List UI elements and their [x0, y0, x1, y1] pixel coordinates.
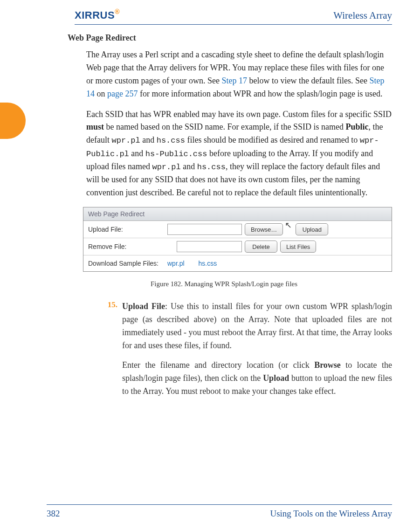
remove-file-label: Remove File:: [88, 243, 167, 250]
upload-button[interactable]: Upload: [296, 223, 328, 235]
section-heading: Web Page Redirect: [68, 33, 392, 43]
link-page257[interactable]: page 257: [107, 89, 138, 98]
browse-button[interactable]: Browse…: [245, 223, 283, 235]
panel-row-download: Download Sample Files: wpr.pl hs.css: [83, 255, 392, 271]
logo-text: XIRRUS: [75, 9, 115, 21]
footer-section: Using Tools on the Wireless Array: [270, 509, 392, 519]
page-footer: 382 Using Tools on the Wireless Array: [47, 504, 392, 519]
upload-file-label: Upload File:: [88, 226, 167, 233]
list-content: Upload File: Use this to install files f…: [122, 300, 392, 404]
link-step17[interactable]: Step 17: [221, 76, 247, 85]
figure-caption: Figure 182. Managing WPR Splash/Login pa…: [56, 280, 392, 288]
list-number: 15.: [103, 300, 117, 404]
doc-title: Wireless Array: [333, 10, 392, 21]
panel-header: Web Page Redirect: [83, 207, 392, 221]
panel-row-upload: Upload File: Browse… ↖ Upload: [83, 221, 392, 238]
list-item-15: 15. Upload File: Use this to install fil…: [103, 300, 392, 404]
delete-button[interactable]: Delete: [245, 241, 277, 253]
logo: XIRRUS®: [75, 9, 120, 21]
item-title: Upload File: [122, 302, 165, 311]
page-number: 382: [47, 509, 60, 519]
list-files-button[interactable]: List Files: [280, 241, 316, 253]
side-tab: [0, 103, 26, 139]
panel-row-remove: Remove File: Delete List Files: [83, 238, 392, 255]
page-header: XIRRUS® Wireless Array: [75, 9, 392, 25]
download-samples-label: Download Sample Files:: [88, 260, 167, 267]
upload-file-input[interactable]: [167, 224, 242, 235]
figure-panel: Web Page Redirect Upload File: Browse… ↖…: [83, 207, 392, 272]
download-wpr-link[interactable]: wpr.pl: [167, 260, 185, 267]
download-hs-link[interactable]: hs.css: [199, 260, 217, 267]
numbered-list: 15. Upload File: Use this to install fil…: [103, 300, 392, 404]
paragraph-2: Each SSID that has WPR enabled may have …: [86, 108, 392, 200]
remove-file-input[interactable]: [177, 241, 242, 252]
paragraph-1: The Array uses a Perl script and a casca…: [86, 48, 392, 101]
